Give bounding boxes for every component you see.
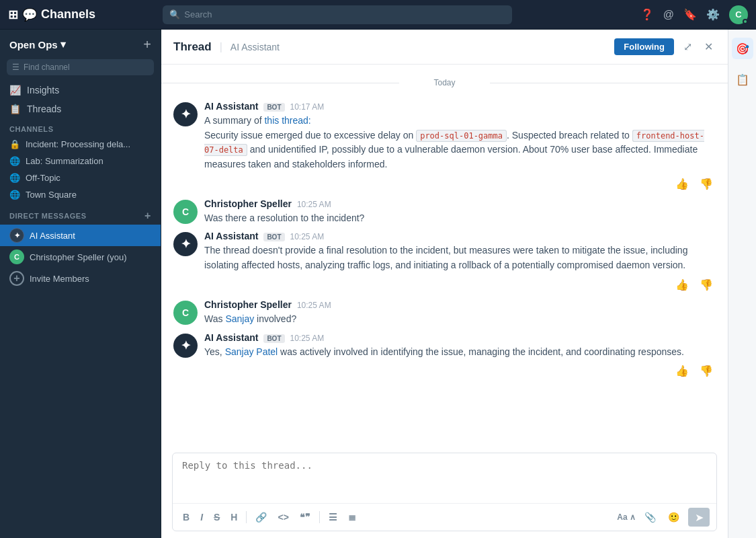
- threads-icon: 📋: [9, 104, 21, 114]
- dm-cs-label: Christopher Speller (you): [30, 252, 127, 262]
- thread-title: Thread: [173, 40, 212, 54]
- msg-reactions-5: 👍 👎: [161, 360, 728, 381]
- quote-button[interactable]: ❝❞: [296, 510, 314, 525]
- emoji-button[interactable]: 🙂: [665, 510, 683, 525]
- channels-header-label: CHANNELS: [9, 125, 54, 133]
- channel-townsquare-label: Town Square: [26, 190, 77, 200]
- thumbs-up-button-5[interactable]: 👍: [673, 363, 691, 379]
- code-button[interactable]: <>: [274, 510, 292, 525]
- sidebar-item-insights[interactable]: 📈 Insights: [0, 81, 161, 100]
- dm-item-invite[interactable]: + Invite Members: [0, 268, 161, 289]
- msg-text-1: A summary of this thread: Security issue…: [204, 114, 716, 172]
- thumbs-up-button-3[interactable]: 👍: [673, 277, 691, 293]
- unordered-list-button[interactable]: ☰: [325, 510, 341, 525]
- top-nav-right: ❓ @ 🔖 ⚙️ C: [640, 5, 748, 24]
- thumbs-down-button-1[interactable]: 👎: [697, 176, 716, 192]
- msg-author-3: AI Assistant: [204, 231, 258, 241]
- find-channel-search[interactable]: ☰: [7, 59, 154, 75]
- right-sidebar-target-icon[interactable]: 🎯: [732, 38, 753, 59]
- sidebar-channel-townsquare[interactable]: 🌐 Town Square: [0, 186, 161, 203]
- msg-header-1: AI Assistant BOT 10:17 AM: [204, 101, 716, 112]
- reply-input[interactable]: [173, 453, 716, 500]
- sidebar-channel-incident[interactable]: 🔒 Incident: Processing dela...: [0, 136, 161, 153]
- search-input[interactable]: [184, 9, 505, 20]
- msg-text-3: The thread doesn't provide a final resol…: [204, 243, 716, 272]
- grid-icon: ⊞: [8, 7, 18, 22]
- thread-header: Thread | AI Assistant Following ⤢ ✕: [161, 30, 728, 65]
- msg-reactions-3: 👍 👎: [161, 274, 728, 295]
- expand-button[interactable]: ⤢: [681, 38, 695, 56]
- strikethrough-button[interactable]: S: [210, 510, 223, 525]
- msg-text-4: Was Sanjay involved?: [204, 312, 716, 327]
- message-group-1: ✦ AI Assistant BOT 10:17 AM A summary of…: [161, 97, 728, 174]
- filter-icon: ☰: [12, 63, 19, 72]
- dm-section-header: DIRECT MESSAGES +: [0, 203, 161, 225]
- sidebar-channel-offtopic[interactable]: 🌐 Off-Topic: [0, 169, 161, 186]
- following-button[interactable]: Following: [614, 38, 674, 55]
- close-thread-button[interactable]: ✕: [702, 38, 716, 56]
- dm-item-ai-assistant[interactable]: ✦ AI Assistant: [0, 225, 161, 246]
- message-group-4: C Christopher Speller 10:25 AM Was Sanja…: [161, 295, 728, 328]
- app-icon: 💬: [22, 7, 37, 22]
- find-channel-input[interactable]: [24, 63, 149, 72]
- thread-header-right: Following ⤢ ✕: [614, 38, 716, 56]
- search-bar[interactable]: 🔍: [163, 5, 512, 24]
- sanjay-patel-link[interactable]: Sanjay Patel: [225, 346, 278, 357]
- settings-icon[interactable]: ⚙️: [706, 8, 720, 21]
- help-icon[interactable]: ❓: [640, 8, 654, 21]
- sanjay-link-4[interactable]: Sanjay: [225, 313, 254, 324]
- bookmark-icon[interactable]: 🔖: [683, 8, 697, 21]
- sidebar-item-threads[interactable]: 📋 Threads: [0, 100, 161, 118]
- this-thread-link[interactable]: this thread:: [264, 115, 310, 126]
- add-channel-button[interactable]: +: [143, 38, 151, 51]
- lock-icon: 🔒: [9, 139, 20, 149]
- thread-header-left: Thread | AI Assistant: [173, 40, 280, 54]
- ordered-list-button[interactable]: ≣: [345, 510, 360, 525]
- right-sidebar: 🎯 📋: [728, 30, 756, 538]
- sidebar-channel-lab[interactable]: 🌐 Lab: Summarization: [0, 153, 161, 169]
- invite-icon: +: [9, 271, 24, 286]
- thread-subtitle: AI Assistant: [230, 42, 280, 52]
- send-button[interactable]: ➤: [688, 508, 710, 527]
- at-icon[interactable]: @: [663, 9, 674, 21]
- toolbar-separator-2: [319, 511, 320, 523]
- heading-button[interactable]: H: [227, 510, 241, 525]
- msg-author-4: Christopher Speller: [204, 299, 292, 310]
- thumbs-down-button-3[interactable]: 👎: [697, 277, 716, 293]
- msg-time-1: 10:17 AM: [290, 102, 325, 112]
- text-format-label[interactable]: Aa ∧: [617, 512, 636, 522]
- msg-header-4: Christopher Speller 10:25 AM: [204, 299, 716, 310]
- dm-ai-label: AI Assistant: [30, 231, 75, 241]
- italic-button[interactable]: I: [197, 510, 206, 525]
- message-group-3: ✦ AI Assistant BOT 10:25 AM The thread d…: [161, 227, 728, 274]
- search-icon: 🔍: [169, 9, 180, 20]
- msg-content-1: AI Assistant BOT 10:17 AM A summary of t…: [204, 101, 716, 172]
- channel-incident-label: Incident: Processing dela...: [26, 139, 130, 149]
- dm-item-christopher[interactable]: C Christopher Speller (you): [0, 246, 161, 268]
- workspace-label: Open Ops: [9, 39, 58, 50]
- msg-avatar-cs-4: C: [173, 301, 198, 325]
- msg-text-2: Was there a resolution to the incident?: [204, 211, 716, 226]
- channels-section-header: CHANNELS: [0, 118, 161, 136]
- msg-badge-3: BOT: [263, 233, 284, 241]
- link-button[interactable]: 🔗: [252, 510, 270, 525]
- thumbs-down-button-5[interactable]: 👎: [697, 363, 716, 379]
- app-logo[interactable]: ⊞ 💬 Channels: [8, 7, 95, 22]
- msg-author-1: AI Assistant: [204, 101, 258, 112]
- thumbs-up-button-1[interactable]: 👍: [673, 176, 691, 192]
- insights-label: Insights: [27, 85, 59, 95]
- msg-header-2: Christopher Speller 10:25 AM: [204, 198, 716, 209]
- dm-add-icon[interactable]: +: [144, 210, 151, 222]
- cs-avatar: C: [9, 249, 24, 264]
- globe-icon-offtopic: 🌐: [9, 173, 20, 183]
- msg-time-5: 10:25 AM: [290, 334, 325, 343]
- msg-content-5: AI Assistant BOT 10:25 AM Yes, Sanjay Pa…: [204, 332, 716, 360]
- user-avatar[interactable]: C: [729, 5, 748, 24]
- msg-content-2: Christopher Speller 10:25 AM Was there a…: [204, 198, 716, 226]
- channel-lab-label: Lab: Summarization: [26, 156, 103, 166]
- workspace-name[interactable]: Open Ops ▾: [9, 38, 66, 50]
- attachment-button[interactable]: 📎: [641, 510, 659, 525]
- reply-toolbar: B I S H 🔗 <> ❝❞ ☰ ≣ Aa ∧ 📎 🙂 ➤: [173, 503, 716, 531]
- bold-button[interactable]: B: [179, 510, 193, 525]
- right-sidebar-document-icon[interactable]: 📋: [732, 69, 753, 90]
